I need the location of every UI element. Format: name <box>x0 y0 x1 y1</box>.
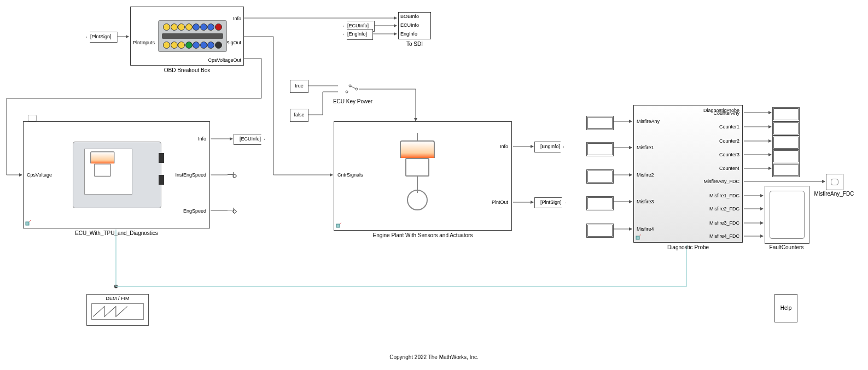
display-counter1[interactable] <box>772 121 800 136</box>
diagnostic-probe-label: Diagnostic Probe <box>633 244 743 250</box>
model-canvas[interactable]: PlntInputs Info CntrSigOut CpsVoltageOut… <box>0 0 868 370</box>
engine-plant-label: Engine Plant With Sensors and Actuators <box>334 232 512 238</box>
commented-icon <box>28 115 37 121</box>
model-ref-icon-3 <box>636 234 642 240</box>
false-constant[interactable]: false <box>290 109 308 122</box>
probe-in-1: Misfire1 <box>637 145 654 150</box>
switch-label: ECU Key Power <box>323 98 383 104</box>
ecu-out-instengspeed: InstEngSpeed <box>175 172 206 178</box>
probe-out-5: MisfireAny_FDC <box>703 179 739 184</box>
ecu-block[interactable]: CpsVoltage Info InstEngSpeed EngSpeed <box>23 121 210 228</box>
ecu-out-engspeed: EngSpeed <box>183 208 206 214</box>
obd-device-image <box>158 20 227 52</box>
faultcounters-scope[interactable] <box>765 186 809 244</box>
piston-image <box>400 133 435 210</box>
display-misfire3[interactable] <box>586 196 614 210</box>
display-counterany[interactable] <box>772 107 800 121</box>
to-sdi-enginfo: EngInfo <box>400 31 417 37</box>
obd-block-label: OBD Breakout Box <box>130 67 244 73</box>
probe-out-0: CounterAny <box>713 110 739 116</box>
plant-out-plntout: PlntOut <box>492 199 508 205</box>
plntsign-goto-tag[interactable]: [PlntSign] <box>534 197 566 208</box>
svg-rect-6 <box>636 236 639 239</box>
help-block[interactable]: Help <box>774 294 797 322</box>
probe-out-2: Counter2 <box>719 138 739 144</box>
ecu-image <box>73 142 161 208</box>
model-ref-icon <box>25 220 32 226</box>
svg-point-1 <box>346 91 348 93</box>
diagnostic-probe-block[interactable]: DiagnosticProbe MisfireAny Misfire1 Misf… <box>633 105 743 243</box>
probe-out-7: Misfire2_FDC <box>709 206 739 212</box>
plntsign-from-tag[interactable]: [PlntSign] <box>86 32 118 43</box>
svg-rect-4 <box>26 222 29 225</box>
plant-in-cntrsignals: CntrSignals <box>337 172 363 178</box>
misfireany-fdc-scope[interactable] <box>826 174 843 190</box>
probe-out-9: Misfire4_FDC <box>709 233 739 239</box>
plant-out-info: Info <box>500 144 508 149</box>
ecu-out-info: Info <box>198 136 206 142</box>
to-sdi-ecuinfo: ECUInfo <box>400 22 419 28</box>
display-counter3[interactable] <box>772 149 800 163</box>
misfireany-fdc-label: MisfireAny_FDC <box>812 191 856 197</box>
to-sdi-block[interactable]: BOBInfo ECUInfo EngInfo <box>398 12 431 39</box>
faultcounters-label: FaultCounters <box>759 244 814 250</box>
enginfo-goto-tag[interactable]: [EngInfo] <box>534 142 564 152</box>
obd-in-port: PlntInputs <box>133 40 155 45</box>
display-misfireany[interactable] <box>586 116 614 130</box>
terminator-1[interactable] <box>228 172 236 178</box>
dem-fim-block[interactable]: DEM / FIM <box>86 294 149 326</box>
to-sdi-label: To SDI <box>398 41 431 47</box>
probe-out-1: Counter1 <box>719 124 739 130</box>
enginfo-from-tag[interactable]: [EngInfo] <box>343 29 373 40</box>
terminator-2[interactable] <box>228 208 236 213</box>
probe-out-8: Misfire3_FDC <box>709 220 739 226</box>
probe-in-0: MisfireAny <box>637 119 660 124</box>
obd-breakout-box-block[interactable]: PlntInputs Info CntrSigOut CpsVoltageOut <box>130 7 244 66</box>
svg-point-2 <box>356 88 358 90</box>
model-ref-icon-2 <box>336 222 342 228</box>
display-counter4[interactable] <box>772 163 800 177</box>
to-sdi-bobinfo: BOBInfo <box>400 14 419 19</box>
dem-fim-label: DEM / FIM <box>87 295 148 302</box>
svg-rect-5 <box>336 224 340 227</box>
ecuinfo-goto-tag[interactable]: [ECUInfo] <box>234 134 265 145</box>
display-counter2[interactable] <box>772 136 800 150</box>
obd-out-info: Info <box>233 16 241 21</box>
ecu-block-label: ECU_With_TPU_and_Diagnostics <box>23 230 210 236</box>
probe-out-6: Misfire1_FDC <box>709 193 739 198</box>
obd-out-cpsvolt: CpsVoltageOut <box>208 57 241 63</box>
engine-plant-block[interactable]: CntrSignals Info PlntOut <box>334 121 512 231</box>
display-misfire2[interactable] <box>586 169 614 184</box>
probe-in-3: Misfire3 <box>637 199 654 204</box>
svg-point-0 <box>349 85 351 87</box>
probe-in-4: Misfire4 <box>637 226 654 232</box>
probe-out-4: Counter4 <box>719 166 739 171</box>
probe-out-3: Counter3 <box>719 152 739 157</box>
ecu-in-cpsvoltage: CpsVoltage <box>27 172 52 178</box>
display-misfire1[interactable] <box>586 142 614 156</box>
svg-point-3 <box>114 285 118 288</box>
true-constant[interactable]: true <box>290 80 308 93</box>
probe-in-2: Misfire2 <box>637 172 654 178</box>
copyright-text: Copyright 2022 The MathWorks, Inc. <box>0 354 868 360</box>
display-misfire4[interactable] <box>586 224 614 238</box>
